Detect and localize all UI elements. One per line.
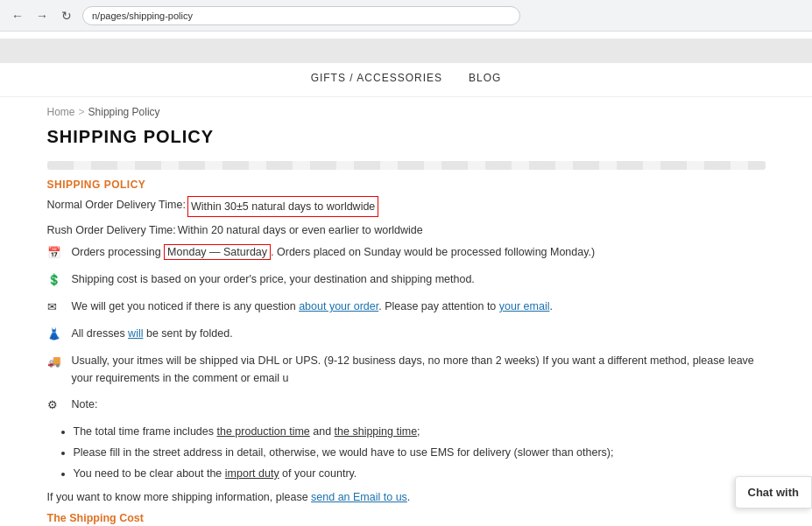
section-shipping-policy-title: SHIPPING POLICY [47, 179, 766, 191]
browser-chrome: ← → ↻ [0, 0, 812, 32]
processing-suffix: . Orders placed on Sunday would be proce… [271, 246, 595, 258]
processing-label: Orders processing [72, 246, 165, 258]
normal-delivery-row: Normal Order Delivery Time: Within 30±5 … [47, 196, 766, 217]
breadcrumb-sep: > [79, 106, 85, 118]
more-info-row: If you want to know more shipping inform… [47, 491, 766, 503]
chat-widget[interactable]: Chat with [735, 476, 813, 508]
url-bar[interactable] [82, 6, 520, 25]
note-icon: ⚙ [47, 396, 72, 414]
site-header: GIFTS / ACCESSORIES BLOG [0, 32, 812, 97]
shipped-text: Usually, your itmes will be shipped via … [72, 352, 766, 387]
shipping-time-link: the shipping time [335, 425, 418, 438]
bullet-3: You need to be clear about the import du… [74, 465, 766, 482]
bullet-1: The total time frame includes the produc… [74, 423, 766, 440]
breadcrumb: Home > Shipping Policy [47, 106, 766, 118]
folded-row: 👗 All dresses will be sent by folded. [47, 325, 766, 343]
breadcrumb-current: Shipping Policy [88, 106, 160, 118]
reload-button[interactable]: ↻ [58, 7, 75, 25]
calendar-icon: 📅 [47, 243, 72, 262]
more-info-end: . [407, 491, 410, 503]
shipping-cost-text: Shipping cost is based on your order's p… [72, 270, 475, 288]
bullet-2: Please fill in the street address in det… [74, 444, 766, 461]
note-row: ⚙ Note: [47, 396, 766, 414]
processing-highlight: Monday — Saturday [164, 244, 271, 260]
normal-delivery-highlight: Within 30±5 natural days to worldwide [187, 196, 378, 217]
about-order-link[interactable]: about your order [299, 300, 378, 312]
normal-delivery-label: Normal Order Delivery Time: [47, 196, 186, 214]
dress-icon: 👗 [47, 325, 72, 343]
truck-icon: 🚚 [47, 352, 72, 370]
will-link[interactable]: will [128, 327, 143, 340]
nav-top-bar [0, 39, 812, 63]
more-info-text: If you want to know more shipping inform… [47, 491, 312, 503]
rush-delivery-label: Rush Order Delivery Time: [47, 221, 176, 239]
dollar-icon: 💲 [47, 270, 72, 289]
import-duty-link: import duty [225, 467, 279, 480]
blurred-content-bar [47, 161, 766, 170]
nav-main: GIFTS / ACCESSORIES BLOG [0, 67, 812, 89]
shipping-cost-row: 💲 Shipping cost is based on your order's… [47, 270, 766, 289]
email-icon: ✉ [47, 298, 72, 316]
nav-gifts[interactable]: GIFTS / ACCESSORIES [311, 72, 442, 84]
shipped-row: 🚚 Usually, your itmes will be shipped vi… [47, 352, 766, 387]
rush-delivery-text: Within 20 natural days or even earlier t… [178, 221, 423, 239]
processing-row: 📅 Orders processing Monday — Saturday. O… [47, 243, 766, 262]
back-button[interactable]: ← [9, 7, 26, 25]
email-link[interactable]: send an Email to us [311, 491, 407, 503]
page-content: Home > Shipping Policy SHIPPING POLICY S… [30, 97, 783, 526]
chat-label: Chat with [748, 486, 800, 499]
email-notice-text: We will get you noticed if there is any … [72, 298, 553, 315]
nav-blog[interactable]: BLOG [469, 72, 501, 84]
rush-delivery-row: Rush Order Delivery Time: Within 20 natu… [47, 221, 766, 239]
breadcrumb-home[interactable]: Home [47, 106, 75, 118]
folded-text: All dresses will be sent by folded. [72, 325, 233, 342]
production-time-link: the production time [216, 425, 309, 438]
email-notice-row: ✉ We will get you noticed if there is an… [47, 298, 766, 316]
note-bullet-list: The total time frame includes the produc… [74, 423, 766, 482]
shipping-cost-title: The Shipping Cost [47, 512, 766, 524]
your-email-link[interactable]: your email [499, 300, 550, 312]
note-label: Note: [72, 396, 98, 413]
page-title: SHIPPING POLICY [47, 127, 766, 147]
forward-button[interactable]: → [33, 7, 51, 25]
